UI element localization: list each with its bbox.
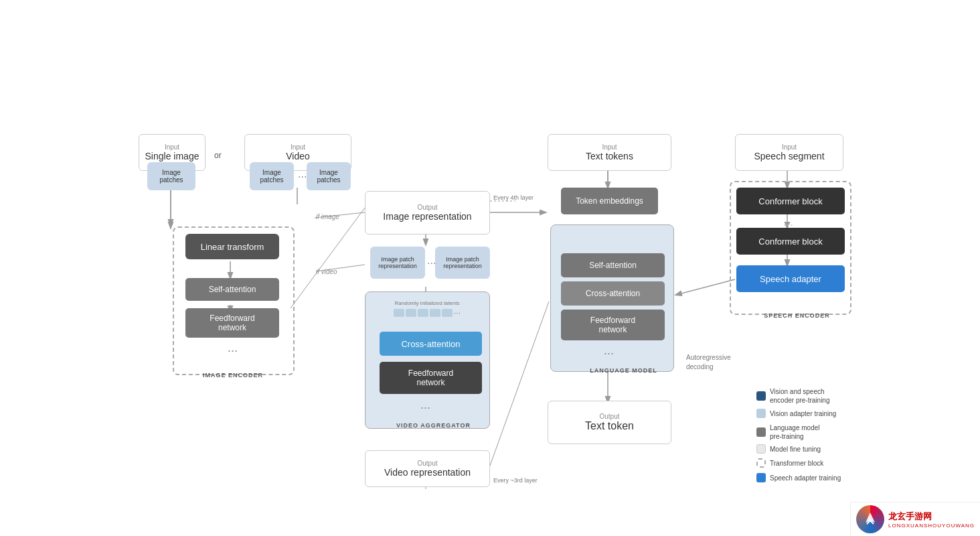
text-tokens-title: Text tokens — [586, 151, 633, 161]
speech-input-label: Input — [782, 143, 797, 151]
watermark: 龙玄手游网 LONGXUANSHOUYOUWANG — [850, 502, 980, 536]
watermark-text-container: 龙玄手游网 LONGXUANSHOUYOUWANG — [888, 511, 975, 529]
if-image-label: if image — [316, 213, 339, 220]
input-text-tokens: Input Text tokens — [548, 134, 671, 171]
legend-label-1: Vision and speechencoder pre-training — [770, 387, 830, 405]
self-attention-lang: Self-attention — [561, 253, 665, 277]
legend-dot-4 — [756, 444, 766, 454]
svg-line-5 — [291, 208, 365, 308]
legend-item-2: Vision adapter training — [756, 409, 836, 418]
autoregressive-label: Autoregressive decoding — [686, 353, 731, 372]
legend-label-2: Vision adapter training — [770, 410, 836, 417]
single-image-title: Single image — [145, 151, 199, 161]
self-attention-image: Self-attention — [185, 278, 279, 301]
language-model-label: LANGUAGE MODEL — [562, 367, 685, 374]
legend-dot-6 — [756, 473, 766, 482]
image-patches-video-1: Image patches — [250, 162, 294, 190]
video-aggregator-label: VIDEO AGGREGATOR — [377, 422, 490, 429]
video-representation-output: Output Video representation — [365, 450, 490, 487]
lang-model-dots: ··· — [604, 346, 614, 360]
speech-title: Speech segment — [754, 151, 824, 161]
image-representation-output: Output Image representation — [365, 191, 490, 234]
or-label: or — [214, 151, 222, 160]
video-title: Video — [286, 151, 310, 161]
legend-label-6: Speech adapter training — [770, 474, 841, 482]
legend-dot-1 — [756, 391, 766, 401]
text-tokens-input-label: Input — [602, 143, 617, 151]
video-input-label: Input — [291, 143, 305, 151]
every-3rd-layer: Every ~3rd layer — [493, 477, 538, 484]
image-patch-rep-1: Image patch representation — [370, 247, 425, 279]
text-token-output: Output Text token — [548, 401, 671, 444]
cross-attention-video: Cross-attention — [380, 332, 482, 356]
legend-item-5: Transformer block — [756, 458, 823, 468]
svg-line-14 — [676, 279, 735, 295]
text-token-title: Text token — [585, 420, 634, 432]
input-speech-segment: Input Speech segment — [735, 134, 843, 171]
img-rep-out-label: Output — [417, 204, 437, 211]
image-patches-video-2: Image patches — [307, 162, 351, 190]
legend-dot-2 — [756, 409, 766, 418]
video-agg-dots: ··· — [420, 401, 430, 415]
legend-item-3: Language modelpre-training — [756, 423, 820, 441]
legend-dot-5 — [756, 458, 766, 468]
legend-item-4: Model fine tuning — [756, 444, 821, 454]
image-patch-rep-2: Image patch representation — [435, 247, 490, 279]
randomly-init-label: Randomly initialized latents ··· — [372, 300, 482, 318]
cross-attention-lang: Cross-attention — [561, 281, 665, 306]
watermark-chinese: 龙玄手游网 — [888, 511, 975, 523]
legend-label-5: Transformer block — [770, 460, 823, 467]
svg-line-17 — [490, 302, 549, 466]
legend-item-6: Speech adapter training — [756, 473, 841, 482]
speech-encoder-container — [730, 181, 851, 315]
vid-rep-title: Video representation — [384, 467, 471, 478]
feedforward-lang: Feedforward network — [561, 310, 665, 340]
video-patches-dots: ··· — [298, 171, 307, 183]
image-patches-single: Image patches — [147, 162, 195, 190]
feedforward-video: Feedforward network — [380, 362, 482, 394]
img-rep-title: Image representation — [383, 211, 471, 222]
watermark-english: LONGXUANSHOUYOUWANG — [888, 523, 975, 529]
token-embeddings: Token embeddings — [561, 188, 658, 214]
if-video-label: if video — [316, 268, 337, 275]
legend-dot-3 — [756, 427, 766, 437]
vid-rep-out-label: Output — [417, 460, 437, 467]
legend-label-3: Language modelpre-training — [770, 423, 820, 441]
diagram-container: Input Single image or Input Video Image … — [0, 0, 980, 536]
every-4th-layer: Every 4th layer — [493, 194, 534, 201]
linear-transform-box: Linear transform — [185, 234, 279, 259]
image-encoder-dots: ··· — [228, 344, 238, 358]
watermark-logo — [856, 505, 884, 533]
single-image-input-label: Input — [165, 143, 179, 151]
legend-label-4: Model fine tuning — [770, 446, 821, 453]
legend-item-1: Vision and speechencoder pre-training — [756, 387, 830, 405]
speech-encoder-label: SPEECH ENCODER — [742, 312, 852, 319]
feedforward-image: Feedforward network — [185, 308, 279, 338]
image-encoder-label: IMAGE ENCODER — [187, 372, 278, 379]
text-token-out-label: Output — [599, 413, 619, 420]
